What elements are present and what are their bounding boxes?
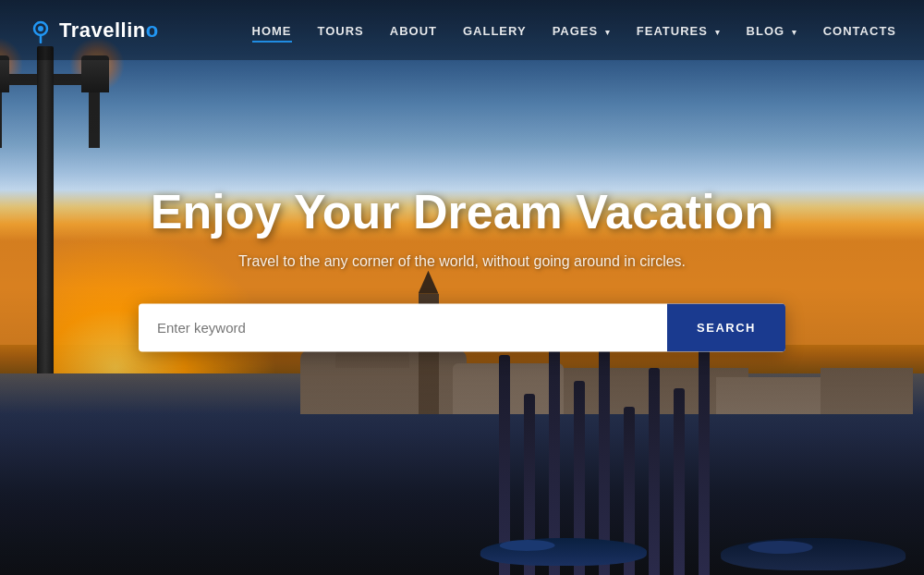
logo-icon xyxy=(28,18,54,43)
nav-link-blog[interactable]: BLOG ▾ xyxy=(747,24,797,38)
lamp-head-right xyxy=(81,55,109,92)
nav-links: HOME TOURS ABOUT GALLERY PAGES ▾ FEATURE… xyxy=(252,22,897,39)
nav-item-pages[interactable]: PAGES ▾ xyxy=(553,22,611,39)
gondola-2 xyxy=(720,538,906,570)
nav-item-home[interactable]: HOME xyxy=(252,22,292,39)
search-button[interactable]: SEARCH xyxy=(667,304,785,352)
pages-chevron-icon: ▾ xyxy=(605,28,611,37)
nav-link-gallery[interactable]: GALLERY xyxy=(463,24,527,38)
svg-point-1 xyxy=(38,26,43,31)
nav-link-tours[interactable]: TOURS xyxy=(318,24,364,38)
mooring-pole-9 xyxy=(699,348,710,575)
nav-item-blog[interactable]: BLOG ▾ xyxy=(747,22,797,39)
nav-link-home[interactable]: HOME xyxy=(252,24,292,43)
nav-link-features[interactable]: FEATURES ▾ xyxy=(637,24,721,38)
gondola-1 xyxy=(480,538,649,566)
logo-text: Travellino xyxy=(59,18,159,43)
hero-title: Enjoy Your Dream Vacation xyxy=(139,186,785,239)
mooring-pole-8 xyxy=(674,388,685,575)
nav-link-about[interactable]: ABOUT xyxy=(390,24,437,38)
nav-item-tours[interactable]: TOURS xyxy=(318,22,364,39)
nav-item-contacts[interactable]: CONTACTS xyxy=(823,22,896,39)
gondola-canopy-2 xyxy=(748,541,813,554)
hero-section: Travellino HOME TOURS ABOUT GALLERY PAGE… xyxy=(0,0,924,575)
navbar: Travellino HOME TOURS ABOUT GALLERY PAGE… xyxy=(0,0,924,60)
nav-link-contacts[interactable]: CONTACTS xyxy=(823,24,896,38)
nav-item-about[interactable]: ABOUT xyxy=(390,22,437,39)
gondola-canopy xyxy=(499,540,555,551)
logo: Travellino xyxy=(28,18,159,43)
search-bar: SEARCH xyxy=(139,304,785,352)
hero-content: Enjoy Your Dream Vacation Travel to the … xyxy=(139,186,785,351)
nav-item-features[interactable]: FEATURES ▾ xyxy=(637,22,721,39)
gondola-area xyxy=(480,316,924,575)
blog-chevron-icon: ▾ xyxy=(792,28,797,37)
nav-link-pages[interactable]: PAGES ▾ xyxy=(553,24,611,38)
nav-item-gallery[interactable]: GALLERY xyxy=(463,22,527,39)
hero-subtitle: Travel to the any corner of the world, w… xyxy=(139,254,785,271)
features-chevron-icon: ▾ xyxy=(715,28,721,37)
search-input[interactable] xyxy=(139,320,667,336)
mooring-pole-7 xyxy=(649,368,660,575)
lamp-head-left xyxy=(0,55,9,92)
